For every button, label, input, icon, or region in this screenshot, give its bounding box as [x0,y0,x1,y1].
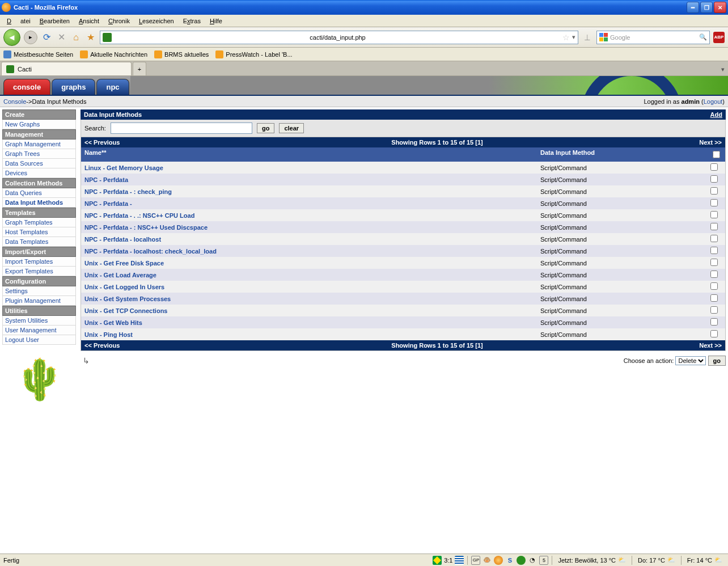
row-checkbox[interactable] [710,199,718,206]
menu-help[interactable]: Hilfe [205,16,227,26]
sidebar-item-logout[interactable]: Logout User [2,335,76,345]
row-checkbox[interactable] [710,259,718,266]
flag-br-icon[interactable] [433,556,442,565]
s-icon[interactable]: S [505,556,514,565]
gp-icon[interactable]: GP [471,556,480,565]
add-link[interactable]: Add [710,111,722,118]
sidebar-item-sys-util[interactable]: System Utilities [2,316,76,326]
col-name[interactable]: Name** [84,149,540,160]
cacti-tab-console[interactable]: console [3,79,50,95]
row-checkbox[interactable] [710,330,718,337]
row-name-link[interactable]: NPC - Perfdata - [84,200,540,207]
url-bar[interactable]: cacti/data_input.php ☆ ▾ [100,31,578,44]
row-name-link[interactable]: Unix - Get System Processes [84,295,540,302]
sidebar-item-plugin-mgmt[interactable]: Plugin Management [2,296,76,306]
select-all-checkbox[interactable] [713,151,720,158]
sidebar-item-data-tpl[interactable]: Data Templates [2,237,76,247]
row-checkbox[interactable] [710,235,718,242]
row-checkbox[interactable] [710,282,718,290]
action-go-button[interactable]: go [708,356,726,366]
row-name-link[interactable]: NPC - Perfdata - localhost: check_local_… [84,248,540,255]
tab-list-button[interactable]: ▾ [719,64,727,75]
clear-button[interactable]: clear [279,123,304,133]
dropdown-icon[interactable]: ▾ [572,33,575,41]
menu-bookmarks[interactable]: Lesezeichen [134,16,179,26]
sidebar-item-data-sources[interactable]: Data Sources [2,159,76,168]
menu-history[interactable]: Chronik [104,16,134,26]
sidebar-item-settings[interactable]: Settings [2,286,76,296]
row-checkbox[interactable] [710,271,718,278]
sidebar-item-graph-trees[interactable]: Graph Trees [2,149,76,159]
sidebar-item-devices[interactable]: Devices [2,168,76,178]
row-checkbox[interactable] [710,175,718,183]
antenna-icon[interactable]: ⟂ [582,32,593,43]
weather-now[interactable]: Jetzt: Bewölkt, 13 °C⛅ [556,556,628,564]
home-icon[interactable]: ⌂ [70,32,82,43]
next-link[interactable]: Next >> [676,139,722,146]
adblock-icon[interactable]: ABP [713,32,725,43]
sidebar-item-host-tpl[interactable]: Host Templates [2,227,76,237]
bookmark-most-visited[interactable]: Meistbesuchte Seiten [3,50,73,58]
row-name-link[interactable]: Unix - Get Logged In Users [84,284,540,290]
row-name-link[interactable]: NPC - Perfdata - : NSC++ Used Discspace [84,224,540,231]
row-checkbox[interactable] [710,318,718,326]
stop-icon[interactable]: ✕ [56,32,67,43]
close-button[interactable]: ✕ [714,2,726,13]
search-input[interactable] [111,123,252,134]
weather-thu[interactable]: Do: 17 °C⛅ [636,556,678,564]
menu-extras[interactable]: Extras [179,16,205,26]
star-icon[interactable]: ☆ [562,33,570,42]
row-name-link[interactable]: Unix - Get Load Average [84,272,540,278]
sidebar-item-data-input[interactable]: Data Input Methods [2,198,76,208]
prev-link[interactable]: << Previous [84,139,198,146]
clock-icon[interactable]: ◔ [528,556,537,565]
tab-cacti[interactable]: Cacti [1,62,132,75]
row-name-link[interactable]: Unix - Get Free Disk Space [84,260,540,267]
cacti-tab-npc[interactable]: npc [96,79,129,95]
prev-link[interactable]: << Previous [84,342,198,349]
search-icon[interactable]: 🔍 [699,33,707,41]
row-name-link[interactable]: NPC - Perfdata - : check_ping [84,188,540,195]
row-checkbox[interactable] [710,294,718,302]
sidebar-item-export-tpl[interactable]: Export Templates [2,267,76,276]
breadcrumb-console[interactable]: Console [3,98,26,105]
next-link[interactable]: Next >> [676,342,722,349]
green-dot-icon[interactable] [517,556,526,565]
sidebar-item-import-tpl[interactable]: Import Templates [2,257,76,267]
logout-link[interactable]: Logout [704,98,723,105]
row-name-link[interactable]: NPC - Perfdata - . .: NSC++ CPU Load [84,212,540,219]
sidebar-item-user-mgmt[interactable]: User Management [2,326,76,335]
reload-icon[interactable]: ⟳ [41,32,52,43]
sidebar-item-graph-mgmt[interactable]: Graph Management [2,140,76,149]
row-checkbox[interactable] [710,247,718,254]
bookmark-icon[interactable]: ★ [85,32,96,43]
sidebar-item-graph-tpl[interactable]: Graph Templates [2,218,76,227]
maximize-button[interactable]: ❐ [700,2,713,13]
menu-edit[interactable]: Bearbeiten [35,16,74,26]
row-checkbox[interactable] [710,163,718,171]
minimize-button[interactable]: ━ [687,2,699,13]
five-icon[interactable]: 5 [539,556,548,565]
monkey-icon[interactable]: 🐵 [482,556,492,565]
row-checkbox[interactable] [710,223,718,230]
menu-view[interactable]: Ansicht [74,16,104,26]
row-checkbox[interactable] [710,187,718,195]
action-select[interactable]: Delete [675,356,706,365]
row-name-link[interactable]: NPC - Perfdata [84,176,540,183]
cacti-tab-graphs[interactable]: graphs [52,79,95,95]
bookmark-presswatch[interactable]: PressWatch - Label 'B... [215,50,292,58]
row-name-link[interactable]: Unix - Get TCP Connections [84,307,540,314]
row-checkbox[interactable] [710,211,718,218]
sidebar-item-new-graphs[interactable]: New Graphs [2,120,76,129]
forward-button[interactable]: ▸ [24,31,37,44]
weather-fri[interactable]: Fr: 14 °C⛅ [685,556,725,564]
row-name-link[interactable]: Linux - Get Memory Usage [84,164,540,171]
bookmark-brms[interactable]: BRMS aktuelles [154,50,209,58]
flag-gr-icon[interactable] [455,556,464,565]
row-name-link[interactable]: Unix - Ping Host [84,331,540,338]
menu-file[interactable]: Datei [2,16,35,26]
new-tab-button[interactable]: + [133,62,146,75]
row-name-link[interactable]: Unix - Get Web Hits [84,319,540,326]
bookmark-news[interactable]: Aktuelle Nachrichten [80,50,147,58]
go-button[interactable]: go [257,123,274,133]
